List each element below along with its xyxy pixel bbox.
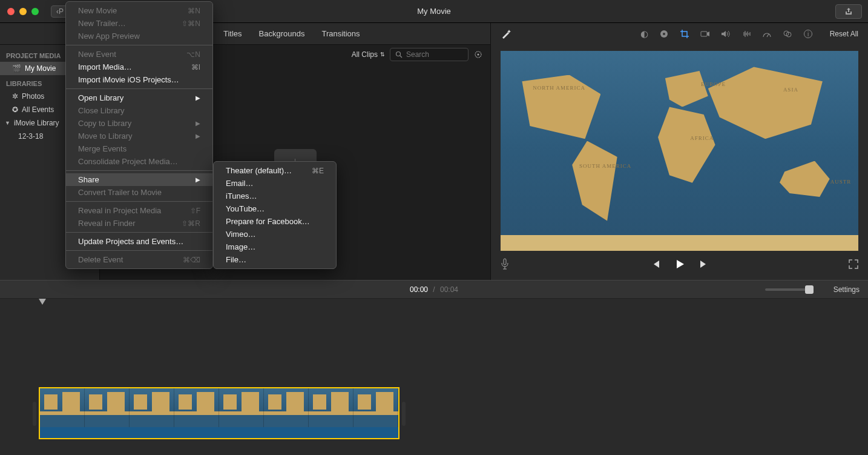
search-box[interactable] [390, 48, 469, 61]
tab-titles[interactable]: Titles [215, 23, 251, 45]
menu-separator [66, 88, 212, 89]
menu-item-share[interactable]: Share▶ [66, 173, 212, 186]
tab-transitions[interactable]: Transitions [313, 23, 368, 45]
minimize-window-button[interactable] [19, 8, 27, 15]
sidebar-item-label: 12-3-18 [18, 132, 43, 141]
menu-item-itunes[interactable]: iTunes… [214, 190, 336, 202]
star-icon: ✪ [12, 105, 18, 114]
window-title: My Movie [417, 7, 451, 16]
menu-item-close-library[interactable]: Close Library [66, 104, 212, 117]
menu-item-file[interactable]: File… [214, 253, 336, 266]
playhead-icon[interactable] [39, 299, 46, 305]
sidebar-item-label: Photos [22, 92, 44, 101]
menu-item-reveal-finder[interactable]: Reveal in Finder⇧⌘R [66, 217, 212, 230]
share-icon [844, 7, 853, 16]
crop-icon[interactable] [680, 29, 689, 39]
browser-settings-button[interactable] [473, 50, 483, 59]
chevron-right-icon: ▶ [196, 176, 200, 183]
menu-item-vimeo[interactable]: Vimeo… [214, 228, 336, 241]
total-time: 00:04 [440, 285, 458, 294]
zoom-slider[interactable] [765, 288, 814, 291]
menu-item-new-trailer[interactable]: New Trailer…⇧⌘N [66, 17, 212, 30]
volume-icon[interactable] [721, 30, 731, 38]
stabilization-icon[interactable] [700, 30, 710, 38]
menu-item-import-ios[interactable]: Import iMovie iOS Projects… [66, 73, 212, 86]
menu-item-update-projects[interactable]: Update Projects and Events… [66, 235, 212, 248]
magic-wand-button[interactable] [501, 28, 511, 39]
color-balance-icon[interactable]: ◐ [640, 28, 648, 39]
menu-item-new-app-preview[interactable]: New App Preview [66, 30, 212, 42]
search-input[interactable] [406, 50, 467, 59]
menu-item-youtube[interactable]: YouTube… [214, 202, 336, 215]
gear-icon [473, 50, 483, 59]
map-label: AFRICA [690, 135, 714, 141]
menu-separator [66, 45, 212, 45]
clip-trim-handle-left[interactable] [33, 402, 36, 426]
color-correction-icon[interactable] [659, 29, 669, 39]
current-time: 00:00 [410, 285, 428, 294]
zoom-thumb[interactable] [805, 285, 814, 294]
map-continent [708, 67, 823, 139]
reset-all-button[interactable]: Reset All [830, 30, 858, 38]
speed-icon[interactable] [762, 30, 772, 38]
clip-trim-handle-right[interactable] [402, 402, 406, 426]
menu-item-reveal-project[interactable]: Reveal in Project Media⇧F [66, 204, 212, 217]
menu-item-image[interactable]: Image… [214, 241, 336, 253]
clips-filter-dropdown[interactable]: All Clips ⇅ [352, 50, 385, 59]
updown-icon: ⇅ [380, 51, 385, 58]
menu-item-email[interactable]: Email… [214, 177, 336, 190]
timeline-clip[interactable] [39, 387, 399, 439]
menu-item-import-media[interactable]: Import Media…⌘I [66, 61, 212, 73]
map-label: SOUTH AMERICA [579, 163, 631, 169]
fullscreen-button[interactable] [849, 259, 858, 269]
preview-viewport[interactable]: NORTH AMERICA SOUTH AMERICA EUROPE AFRIC… [501, 51, 858, 251]
video-effects-icon[interactable] [783, 30, 792, 38]
preview-panel: ◐ i Reset All N [490, 23, 868, 280]
file-menu: New Movie⌘N New Trailer…⇧⌘N New App Prev… [65, 1, 213, 269]
map-continent [780, 161, 830, 197]
chevron-right-icon: ▶ [196, 95, 200, 101]
menu-item-open-library[interactable]: Open Library▶ [66, 91, 212, 104]
window-controls [0, 8, 39, 15]
close-window-button[interactable] [7, 8, 15, 15]
share-button[interactable] [835, 4, 862, 19]
menu-item-move-to-library[interactable]: Move to Library▶ [66, 130, 212, 142]
menu-item-consolidate[interactable]: Consolidate Project Media… [66, 155, 212, 168]
menu-item-theater[interactable]: Theater (default)…⌘E [214, 164, 336, 177]
clip-audio-track[interactable] [40, 427, 398, 438]
timeline-header: 00:00 / 00:04 Settings [0, 281, 868, 299]
previous-button[interactable] [651, 259, 660, 269]
menu-item-delete-event[interactable]: Delete Event⌘⌫ [66, 253, 212, 266]
map-continent [501, 235, 858, 251]
sidebar-item-label: My Movie [25, 64, 56, 73]
play-button[interactable] [674, 258, 686, 270]
menu-item-convert-trailer[interactable]: Convert Trailer to Movie [66, 186, 212, 199]
svg-point-3 [478, 54, 479, 56]
next-button[interactable] [699, 259, 709, 269]
timeline-settings-button[interactable]: Settings [833, 285, 860, 294]
menu-separator [66, 201, 212, 202]
timeline-track[interactable] [39, 387, 868, 439]
menu-item-facebook[interactable]: Prepare for Facebook… [214, 215, 336, 228]
disclosure-triangle-icon[interactable]: ▼ [5, 120, 10, 126]
info-icon[interactable]: i [803, 29, 813, 39]
map-label: EUROPE [701, 81, 726, 87]
ruler[interactable] [0, 299, 868, 308]
tab-backgrounds[interactable]: Backgrounds [251, 23, 314, 45]
time-separator: / [431, 285, 437, 294]
svg-line-1 [400, 56, 402, 58]
voiceover-button[interactable] [501, 258, 509, 270]
playback-controls [491, 251, 868, 277]
menu-item-new-event[interactable]: New Event⌥N [66, 48, 212, 61]
menu-item-copy-to-library[interactable]: Copy to Library▶ [66, 117, 212, 130]
sidebar-item-label: All Events [22, 105, 54, 114]
menu-item-merge-events[interactable]: Merge Events [66, 142, 212, 155]
noise-reduction-icon[interactable] [741, 30, 751, 38]
menu-separator [66, 232, 212, 233]
svg-point-0 [396, 52, 401, 56]
chevron-right-icon: ▶ [196, 133, 200, 139]
back-label: P [59, 7, 64, 16]
svg-text:i: i [807, 31, 809, 38]
maximize-window-button[interactable] [31, 8, 39, 15]
menu-item-new-movie[interactable]: New Movie⌘N [66, 4, 212, 17]
